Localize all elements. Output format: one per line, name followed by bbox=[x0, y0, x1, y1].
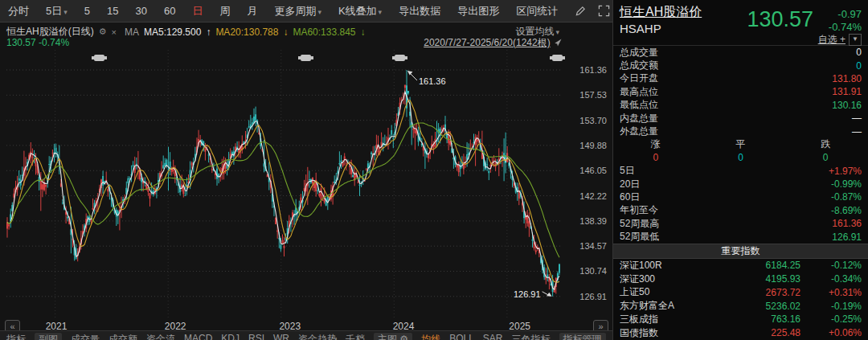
indicator-均线[interactable]: 均线 bbox=[421, 333, 440, 340]
stat-row: 今日开盘131.80 bbox=[613, 72, 868, 85]
y-axis-tick: 134.57 bbox=[565, 241, 607, 251]
indicator-指标[interactable]: 指标 bbox=[6, 333, 26, 340]
perf-value: 161.36 bbox=[832, 218, 862, 229]
stat-row: 总成交额0 bbox=[613, 59, 868, 72]
stock-chart-app: 分时5日▾5153060日周月更多周期▾K线叠加▾导出数据导出图形区间统计 恒生… bbox=[0, 0, 868, 340]
watchlist-row: 自选 + ▼ bbox=[818, 33, 862, 47]
perf-label: 年初至今 bbox=[620, 203, 658, 217]
y-axis-tick: 157.53 bbox=[565, 90, 607, 100]
index-name: 深证100R bbox=[620, 259, 720, 272]
instrument-name[interactable]: 恒生AH股溢价 bbox=[620, 4, 702, 21]
stat-label: 最高点位 bbox=[620, 85, 658, 99]
toolbar-item-周[interactable]: 周 bbox=[219, 4, 230, 18]
stat-label: 总成交量 bbox=[620, 46, 658, 59]
toolbar-item-5[interactable]: 5 bbox=[84, 5, 90, 17]
index-change-percent: -0.12% bbox=[800, 260, 862, 271]
high-annotation: 161.36 bbox=[419, 76, 446, 86]
perf-row: 5日+1.97% bbox=[613, 165, 868, 178]
indicator-副图[interactable]: 副图 bbox=[35, 333, 62, 340]
toolbar-icons bbox=[575, 5, 610, 17]
toolbar-item-月[interactable]: 月 bbox=[247, 4, 257, 18]
toolbar-item-15[interactable]: 15 bbox=[107, 5, 118, 17]
indicator-指标管理[interactable]: 指标管理 bbox=[559, 333, 606, 340]
index-row-国债指数[interactable]: 国债指数225.48+0.06% bbox=[613, 326, 868, 340]
stat-row: 总成交量0 bbox=[613, 46, 868, 59]
perf-value: +1.97% bbox=[829, 166, 862, 177]
add-watchlist-button[interactable]: 自选 + bbox=[818, 33, 845, 47]
indicator-RSI[interactable]: RSI bbox=[248, 333, 264, 340]
perf-label: 20日 bbox=[620, 178, 640, 191]
stat-label: 今日开盘 bbox=[620, 72, 658, 85]
camera-marker-icon[interactable] bbox=[552, 55, 563, 61]
updown-header: 涨 bbox=[613, 137, 698, 151]
toolbar-item-5日[interactable]: 5日▾ bbox=[46, 4, 68, 18]
toolbar-item-K线叠加[interactable]: K线叠加▾ bbox=[338, 4, 382, 18]
toolbar-item-60[interactable]: 60 bbox=[164, 5, 175, 17]
stat-value: 0 bbox=[856, 47, 862, 58]
indicator-KDJ[interactable]: KDJ bbox=[221, 333, 240, 340]
indicator-资金趋势[interactable]: 资金趋势 bbox=[298, 333, 337, 340]
camera-marker-icon[interactable] bbox=[395, 55, 405, 61]
index-row-东方财富全A[interactable]: 东方财富全A5236.02-0.19% bbox=[613, 299, 868, 313]
quote-header: 恒生AH股溢价 HSAHP 130.57 -0.97 -0.74% 自选 + ▼ bbox=[613, 0, 868, 45]
candlestick-plot[interactable]: 161.36126.91 bbox=[6, 50, 560, 317]
stat-value: 131.80 bbox=[832, 73, 862, 84]
close-icon[interactable]: × bbox=[112, 27, 117, 37]
low-annotation: 126.91 bbox=[514, 289, 541, 299]
perf-row: 年初至今-8.69% bbox=[613, 204, 868, 217]
chevron-down-icon: ▾ bbox=[317, 8, 321, 16]
index-row-深证300[interactable]: 深证3004195.93-0.34% bbox=[613, 272, 868, 286]
watchlist-dropdown[interactable]: ▼ bbox=[849, 34, 862, 46]
stat-label: 最低点位 bbox=[620, 98, 658, 112]
camera-marker-icon[interactable] bbox=[94, 55, 104, 61]
date-range-link[interactable]: 2020/7/27-2025/6/20(1242根) bbox=[424, 37, 550, 48]
index-name: 东方财富全A bbox=[620, 299, 720, 313]
indicator-WR[interactable]: WR bbox=[273, 333, 289, 340]
updown-value: 0 bbox=[783, 152, 868, 163]
index-row-三板成指[interactable]: 三板成指763.16-0.25% bbox=[613, 313, 868, 326]
stat-row: 内盘总量— bbox=[613, 112, 868, 125]
index-row-深证100R[interactable]: 深证100R6184.25-0.12% bbox=[613, 259, 868, 272]
y-axis-tick: 138.39 bbox=[565, 216, 607, 226]
important-indices-tab[interactable]: 重要指数 bbox=[613, 244, 868, 259]
toolbar-item-分时[interactable]: 分时 bbox=[8, 4, 29, 18]
index-row-上证50[interactable]: 上证502673.72+0.31% bbox=[613, 285, 868, 299]
stat-label: 内盘总量 bbox=[620, 112, 658, 125]
y-axis-tick: 142.22 bbox=[565, 191, 607, 201]
indices-list: 深证100R6184.25-0.12%深证3004195.93-0.34%上证5… bbox=[613, 259, 868, 340]
stat-row: 最低点位130.16 bbox=[613, 99, 868, 112]
toolbar-item-30[interactable]: 30 bbox=[135, 5, 146, 17]
toolbar-item-区间统计[interactable]: 区间统计 bbox=[516, 4, 558, 18]
indicator-资金流[interactable]: 资金流 bbox=[146, 333, 175, 340]
draw-pencil-icon[interactable] bbox=[575, 5, 587, 17]
indicator-千档[interactable]: 千档 bbox=[346, 333, 365, 340]
y-axis-tick: 146.05 bbox=[565, 166, 607, 175]
index-change-percent: -0.34% bbox=[800, 273, 862, 285]
toolbar-item-导出图形[interactable]: 导出图形 bbox=[457, 4, 499, 18]
indicator-三色指标[interactable]: 三色指标 bbox=[512, 333, 551, 340]
stat-value: — bbox=[852, 126, 862, 137]
index-value: 6184.25 bbox=[720, 260, 800, 271]
indicator-MACD[interactable]: MACD bbox=[184, 333, 212, 340]
y-axis-tick: 149.88 bbox=[565, 141, 607, 150]
period-toolbar-items: 分时5日▾5153060日周月更多周期▾K线叠加▾导出数据导出图形区间统计 bbox=[8, 4, 575, 18]
toolbar-item-日[interactable]: 日 bbox=[192, 4, 203, 18]
toolbar-item-更多周期[interactable]: 更多周期▾ bbox=[274, 4, 321, 18]
pin-icon[interactable] bbox=[553, 38, 563, 47]
indicator-BOLL[interactable]: BOLL bbox=[449, 333, 474, 340]
perf-label: 60日 bbox=[620, 190, 640, 204]
stat-label: 总成交额 bbox=[620, 59, 658, 72]
index-name: 深证300 bbox=[620, 272, 720, 286]
index-value: 5236.02 bbox=[720, 301, 800, 312]
perf-row: 20日-0.99% bbox=[613, 178, 868, 190]
indicator-成交量[interactable]: 成交量 bbox=[71, 333, 100, 340]
fullscreen-icon[interactable] bbox=[598, 5, 610, 17]
indicator-成交额[interactable]: 成交额 bbox=[108, 333, 137, 340]
indicator-主图 ⚙[interactable]: 主图 ⚙ bbox=[374, 333, 412, 340]
indicator-SAR[interactable]: SAR bbox=[483, 333, 503, 340]
quote-stats: 总成交量0总成交额0今日开盘131.80最高点位131.91最低点位130.16… bbox=[613, 45, 868, 244]
toolbar-item-导出数据[interactable]: 导出数据 bbox=[399, 4, 440, 18]
camera-marker-icon[interactable] bbox=[301, 55, 311, 61]
index-value: 4195.93 bbox=[720, 273, 800, 285]
change-percent: -0.74% bbox=[829, 21, 862, 34]
